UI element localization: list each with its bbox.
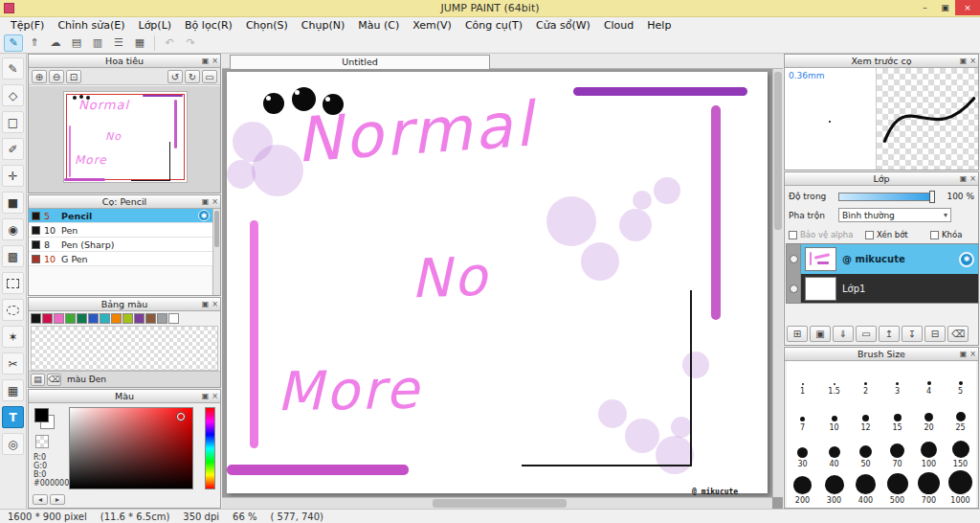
horizontal-scroll-thumb[interactable] [433, 499, 567, 508]
palette-new-icon[interactable]: ▤ [31, 374, 45, 386]
palette-swatch[interactable] [77, 313, 87, 324]
menu-edit[interactable]: Chỉnh sửa(E) [51, 19, 131, 32]
palette-swatch[interactable] [134, 313, 145, 324]
panel-close-icon[interactable]: × [212, 391, 218, 401]
panel-close-icon[interactable]: × [212, 196, 218, 207]
palette-swatch[interactable] [157, 313, 167, 324]
brush-size-option[interactable]: 40 [818, 434, 850, 470]
panels-icon[interactable]: ▥ [88, 34, 107, 52]
minimize-button[interactable]: – [915, 0, 935, 15]
brush-size-option[interactable]: 70 [881, 434, 913, 470]
palette-swatch[interactable] [100, 313, 110, 324]
menu-view[interactable]: Xem(V) [406, 19, 458, 32]
rotate-reset-icon[interactable]: ▭ [202, 70, 217, 83]
palette-empty-area[interactable] [31, 326, 218, 371]
palette-swatch[interactable] [42, 313, 53, 324]
brush-size-option[interactable]: 300 [818, 470, 850, 507]
opacity-slider-handle[interactable] [929, 191, 935, 203]
panel-close-icon[interactable]: × [212, 56, 218, 66]
panel-popout-icon[interactable]: ▣ [202, 299, 210, 309]
palette-swatch[interactable] [88, 313, 99, 324]
brush-size-option[interactable]: 15 [881, 398, 913, 434]
move-layer-up-icon[interactable]: ↥ [879, 326, 900, 342]
document-tab[interactable]: Untitled [230, 55, 490, 69]
text-tool-icon[interactable]: T [2, 406, 24, 428]
menu-layer[interactable]: Lớp(L) [132, 19, 179, 32]
panel-popout-icon[interactable]: ▣ [202, 391, 210, 401]
saturation-value-picker[interactable] [69, 407, 193, 489]
maximize-button[interactable]: ▣ [935, 0, 955, 15]
palette-swatch[interactable] [31, 313, 41, 324]
brush-size-option[interactable]: 1 [787, 361, 818, 398]
zoom-out-icon[interactable]: ⊖ [49, 70, 64, 83]
brush-size-option[interactable]: 20 [913, 398, 945, 434]
brush-size-option[interactable]: 2 [850, 361, 881, 398]
menu-file[interactable]: Tệp(F) [4, 19, 51, 32]
zoom-in-icon[interactable]: ⊕ [32, 70, 47, 83]
delete-layer-icon[interactable]: ⌫ [947, 326, 969, 342]
panel-close-icon[interactable]: × [212, 299, 218, 309]
color-next-tab-icon[interactable]: ▸ [50, 494, 65, 505]
panel-popout-icon[interactable]: ▣ [960, 173, 968, 184]
canvas-vertical-scrollbar[interactable] [772, 69, 783, 497]
color-prev-tab-icon[interactable]: ◂ [33, 494, 48, 505]
brush-size-option[interactable]: 3 [881, 361, 913, 398]
foreground-color-swatch[interactable] [34, 408, 49, 422]
blend-select[interactable]: Bình thường ▾ [838, 208, 951, 222]
navigator-thumbnail[interactable]: Normal No More [63, 91, 188, 183]
duplicate-layer-icon[interactable]: ▣ [810, 326, 831, 342]
panel-close-icon[interactable]: × [969, 173, 976, 184]
menu-select[interactable]: Chọn(S) [239, 19, 295, 32]
brush-size-option[interactable]: 10 [818, 398, 850, 434]
canvas-viewport[interactable]: Normal No More @ mikucute # Hd247 [222, 69, 772, 497]
alpha-protect-checkbox[interactable]: Bảo vệ alpha [789, 230, 853, 239]
move-tool-icon[interactable]: ✛ [2, 165, 24, 187]
rotate-right-icon[interactable]: ↻ [185, 70, 200, 83]
brush-size-option[interactable]: 12 [850, 398, 881, 434]
brush-list-scrollbar[interactable] [212, 209, 220, 295]
brush-size-option[interactable]: 400 [850, 470, 881, 507]
drawing-canvas[interactable]: Normal No More @ mikucute # Hd247 [227, 72, 768, 493]
brush-size-option[interactable]: 200 [787, 470, 818, 507]
brush-size-option[interactable]: 1000 [945, 470, 976, 507]
brush-size-option[interactable]: 25 [945, 398, 976, 434]
lock-checkbox[interactable]: Khóa [930, 230, 962, 239]
brush-size-option[interactable]: 100 [913, 434, 945, 470]
pen-tool-icon[interactable]: ✎ [2, 57, 24, 80]
move-layer-down-icon[interactable]: ↧ [902, 326, 923, 342]
palette-swatch[interactable] [168, 313, 179, 324]
paint-mode-icon[interactable]: ✎ [4, 34, 23, 52]
brush-size-option[interactable]: 5 [945, 361, 976, 398]
canvas-horizontal-scrollbar[interactable] [222, 497, 772, 509]
menu-snap[interactable]: Chụp(N) [295, 19, 351, 32]
clipping-checkbox[interactable]: Xén bớt [865, 230, 908, 239]
brush-size-option[interactable]: 700 [913, 470, 945, 507]
layer-settings-gear-icon[interactable]: ✱ [959, 252, 974, 267]
close-button[interactable]: × [955, 0, 980, 15]
brush-size-option[interactable]: 150 [945, 434, 976, 470]
eyedropper-tool-icon[interactable]: ◎ [2, 433, 24, 455]
eraser-tool-icon[interactable]: ◇ [2, 84, 24, 106]
brush-size-option[interactable]: 7 [787, 398, 818, 434]
brush-size-option[interactable]: 30 [787, 434, 818, 470]
pattern-tool-icon[interactable]: ▦ [2, 379, 24, 401]
panel-popout-icon[interactable]: ▣ [202, 56, 210, 66]
upload-icon[interactable]: ⇑ [25, 34, 44, 52]
palette-trash-icon[interactable]: ⌫ [47, 374, 61, 386]
document-icon[interactable]: ▤ [67, 34, 86, 52]
undo-icon[interactable]: ↶ [160, 34, 179, 52]
visibility-eye-icon[interactable] [790, 255, 798, 263]
zoom-fit-icon[interactable]: ⊡ [66, 70, 81, 83]
brush-settings-gear-icon[interactable]: ✱ [198, 210, 210, 221]
brush-item-pen-sharp[interactable]: 8 Pen (Sharp) [29, 238, 212, 252]
layer-row-lop1[interactable]: Lớp1 [787, 274, 978, 304]
gradient-tool-icon[interactable]: ▩ [2, 245, 24, 267]
panel-popout-icon[interactable]: ▣ [202, 196, 210, 207]
brush-item-pencil[interactable]: 5 Pencil ✱ [29, 209, 212, 223]
palette-swatch[interactable] [145, 313, 156, 324]
palette-swatch[interactable] [54, 313, 64, 324]
palette-swatch[interactable] [122, 313, 133, 324]
brush-size-option[interactable]: 4 [913, 361, 945, 398]
merge-layer-icon[interactable]: ⇓ [833, 326, 854, 342]
shape-tool-icon[interactable]: □ [2, 111, 24, 133]
